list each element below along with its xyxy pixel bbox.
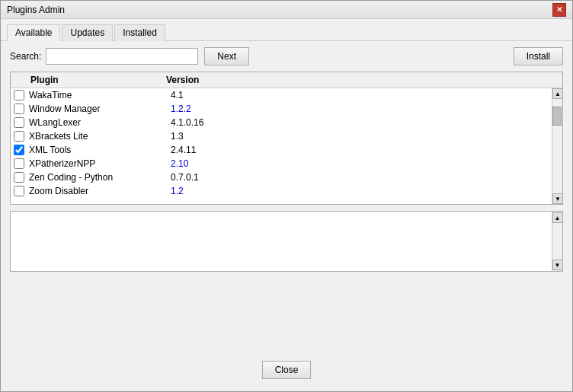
list-item: Zoom Disabler1.2 (11, 184, 552, 198)
title-bar: Plugins Admin ✕ (1, 1, 572, 19)
plugin-checkbox-1[interactable] (14, 104, 24, 114)
tabs-bar: Available Updates Installed (1, 19, 572, 41)
plugin-version: 2.4.11 (171, 145, 196, 155)
search-row: Search: Next Install (1, 41, 572, 72)
scrollbar-track (552, 99, 562, 193)
desc-scrollbar-up[interactable]: ▲ (552, 212, 563, 223)
install-button[interactable]: Install (514, 47, 563, 65)
plugin-name: XBrackets Lite (29, 131, 171, 142)
plugin-checkbox-3[interactable] (14, 131, 24, 142)
list-item: XPatherizerNPP2.10 (11, 157, 552, 171)
close-icon-button[interactable]: ✕ (552, 3, 566, 17)
plugin-version: 2.10 (171, 158, 188, 169)
plugin-list-container: Plugin Version WakaTime4.1Window Manager… (10, 72, 563, 205)
dialog-title: Plugins Admin (7, 5, 65, 15)
list-item: Zen Coding - Python0.7.0.1 (11, 171, 552, 184)
plugin-name: Zoom Disabler (29, 186, 171, 196)
plugin-version: 4.1.0.16 (171, 117, 203, 128)
description-container: ▲ ▼ (10, 211, 563, 272)
search-input[interactable] (46, 48, 198, 65)
plugin-list-wrapper: WakaTime4.1Window Manager1.2.2WLangLexer… (11, 88, 562, 204)
tab-installed[interactable]: Installed (114, 24, 165, 41)
list-item: Window Manager1.2.2 (11, 102, 552, 116)
plugin-name: XML Tools (29, 145, 171, 155)
plugin-checkbox-2[interactable] (14, 117, 24, 128)
plugin-version: 0.7.0.1 (171, 172, 199, 183)
description-scrollbar[interactable]: ▲ ▼ (552, 212, 562, 271)
plugin-version: 1.2.2 (171, 104, 191, 114)
plugin-list-scrollbar[interactable]: ▲ ▼ (552, 88, 562, 204)
plugins-admin-dialog: Plugins Admin ✕ Available Updates Instal… (0, 0, 573, 392)
plugin-name: WakaTime (29, 90, 171, 100)
search-label: Search: (10, 51, 41, 62)
plugin-checkbox-5[interactable] (14, 158, 24, 169)
list-item: WakaTime4.1 (11, 88, 552, 102)
scrollbar-thumb[interactable] (552, 107, 562, 126)
plugin-name: XPatherizerNPP (29, 158, 171, 169)
col-plugin-header: Plugin (14, 75, 166, 85)
desc-scrollbar-down[interactable]: ▼ (552, 260, 563, 270)
plugin-checkbox-6[interactable] (14, 172, 24, 183)
plugin-checkbox-0[interactable] (14, 90, 24, 100)
bottom-bar: Close (1, 349, 572, 391)
list-item: XML Tools2.4.11 (11, 143, 552, 157)
plugin-checkbox-7[interactable] (14, 186, 24, 196)
plugin-version: 4.1 (171, 90, 184, 100)
tab-available[interactable]: Available (7, 24, 60, 41)
scrollbar-up-arrow[interactable]: ▲ (552, 88, 562, 99)
plugin-checkbox-4[interactable] (14, 145, 24, 155)
list-item: XBrackets Lite1.3 (11, 129, 552, 143)
list-item: WLangLexer4.1.0.16 (11, 116, 552, 129)
scrollbar-down-arrow[interactable]: ▼ (552, 193, 562, 204)
plugin-version: 1.2 (171, 186, 184, 196)
plugin-version: 1.3 (171, 131, 184, 142)
col-version-header: Version (166, 75, 242, 85)
plugin-name: Window Manager (29, 104, 171, 114)
table-header: Plugin Version (11, 72, 562, 88)
plugin-name: Zen Coding - Python (29, 172, 171, 183)
tab-updates[interactable]: Updates (62, 24, 113, 41)
close-button[interactable]: Close (262, 361, 312, 379)
next-button[interactable]: Next (204, 47, 249, 65)
plugin-list: WakaTime4.1Window Manager1.2.2WLangLexer… (11, 88, 552, 204)
plugin-name: WLangLexer (29, 117, 171, 128)
